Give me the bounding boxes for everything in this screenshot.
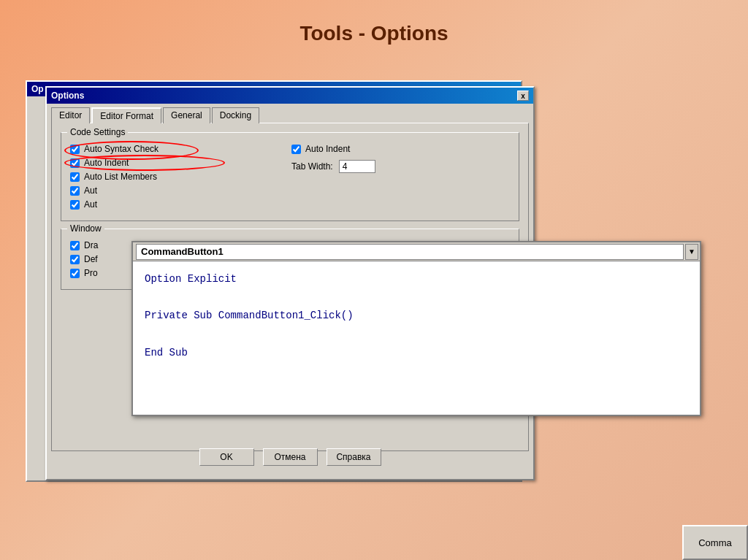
- auto-syntax-check-label: Auto Syntax Check: [84, 144, 159, 154]
- tab-width-input[interactable]: [339, 160, 375, 173]
- pro-checkbox[interactable]: [70, 269, 80, 278]
- code-line-1: Option Explicit: [145, 270, 688, 288]
- def-label: Def: [84, 254, 98, 264]
- dialog-titlebar: Options x: [47, 88, 533, 104]
- code-settings-group: Code Settings Auto Syntax Check Auto Ind…: [61, 132, 519, 221]
- dialog-buttons: OK Отмена Справка: [47, 442, 533, 472]
- aut1-label: Aut: [84, 185, 97, 196]
- code-editor-header: CommandButton1 ▼: [133, 242, 700, 261]
- auto-indent-label: Auto Indent: [305, 144, 350, 154]
- aut1-checkbox[interactable]: [70, 186, 80, 196]
- commandbutton-dropdown[interactable]: CommandButton1: [136, 244, 684, 260]
- code-line-2: [145, 288, 688, 307]
- require-var-label: Auto Indent: [84, 158, 129, 168]
- dra-label: Dra: [84, 240, 98, 250]
- code-settings-grid: Auto Syntax Check Auto Indent Auto List …: [70, 140, 510, 213]
- close-button[interactable]: x: [517, 91, 529, 101]
- tab-bar: Editor Editor Format General Docking: [47, 104, 533, 123]
- tab-docking[interactable]: Docking: [212, 107, 259, 123]
- code-settings-label: Code Settings: [67, 127, 128, 137]
- require-var-row: Auto Indent: [70, 158, 289, 168]
- tab-editor[interactable]: Editor: [51, 107, 90, 123]
- auto-syntax-check-row: Auto Syntax Check: [70, 144, 289, 154]
- code-line-4: [145, 326, 688, 344]
- def-checkbox[interactable]: [70, 255, 80, 264]
- cancel-button[interactable]: Отмена: [263, 448, 318, 466]
- code-line-3: Private Sub CommandButton1_Click(): [145, 307, 688, 325]
- dra-checkbox[interactable]: [70, 241, 80, 250]
- require-var-checkbox[interactable]: [70, 158, 80, 168]
- code-line-5: End Sub: [145, 344, 688, 362]
- auto-indent-checkbox[interactable]: [291, 145, 301, 154]
- aut2-row: Aut: [70, 199, 289, 210]
- code-area[interactable]: Option Explicit Private Sub CommandButto…: [133, 261, 700, 371]
- code-settings-left: Auto Syntax Check Auto Indent Auto List …: [70, 140, 289, 213]
- auto-list-row: Auto List Members: [70, 172, 289, 182]
- code-settings-right: Auto Indent Tab Width:: [291, 140, 510, 213]
- auto-indent-row: Auto Indent: [291, 144, 510, 154]
- tab-editor-format[interactable]: Editor Format: [91, 107, 161, 123]
- aut2-label: Aut: [84, 199, 97, 210]
- bg-window-title: Op: [31, 84, 44, 94]
- dropdown-arrow-icon[interactable]: ▼: [685, 244, 698, 260]
- code-editor-popup: CommandButton1 ▼ Option Explicit Private…: [131, 241, 701, 416]
- tab-width-row: Tab Width:: [291, 160, 510, 173]
- auto-syntax-check-checkbox[interactable]: [70, 145, 80, 154]
- auto-list-checkbox[interactable]: [70, 172, 80, 182]
- pro-label: Pro: [84, 268, 98, 278]
- comma-button[interactable]: Comma: [682, 525, 748, 560]
- dialog-title: Options: [51, 91, 84, 101]
- page-title: Tools - Options: [0, 0, 748, 45]
- window-settings-label: Window: [67, 223, 104, 234]
- tab-general[interactable]: General: [163, 107, 210, 123]
- ok-button[interactable]: OK: [199, 448, 254, 466]
- auto-list-label: Auto List Members: [84, 172, 157, 182]
- help-button[interactable]: Справка: [327, 448, 381, 466]
- aut1-row: Aut: [70, 185, 289, 196]
- aut2-checkbox[interactable]: [70, 200, 80, 210]
- tab-width-label: Tab Width:: [291, 161, 333, 172]
